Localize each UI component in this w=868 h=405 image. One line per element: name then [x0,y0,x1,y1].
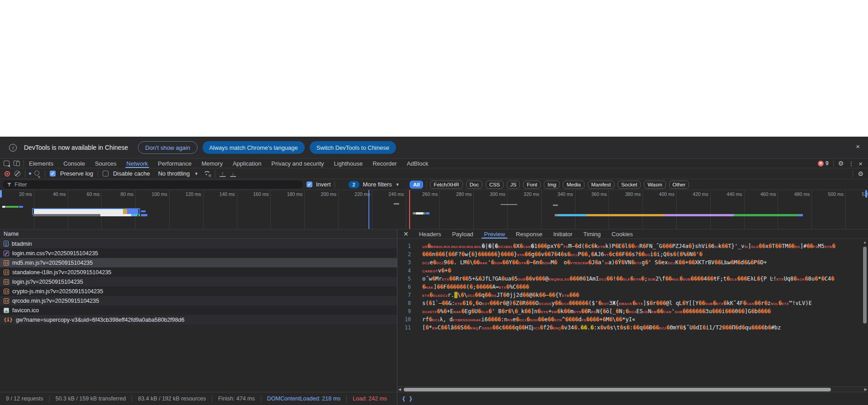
filter-chip-manifest[interactable]: Manifest [588,181,614,189]
kebab-menu-icon[interactable]: ⋮ [848,161,854,167]
filter-chip-other[interactable]: Other [669,181,689,189]
preview-line: 9DC4STX�%�+ENAK�Eg�U�DLE�' B�r�\�_k��]n�… [397,307,862,315]
overview-left-handle[interactable] [0,190,2,198]
line-number: 9 [397,307,411,315]
ruler-gridline [203,190,203,229]
notification-text: DevTools is now available in Chinese [24,144,128,151]
line-number: 8 [397,299,411,307]
tab-lighthouse[interactable]: Lighthouse [329,159,368,168]
filter-funnel-icon [7,183,11,186]
preview-line: 11[�*EMC��lâ��S��ENQrGSSO��c����q��HIDC1… [397,324,862,332]
tab-sources[interactable]: Sources [90,159,122,168]
preserve-log-label[interactable]: Preserve log [60,170,93,177]
more-filters-label[interactable]: More filters [363,181,392,188]
preview-horizontal-scrollbar[interactable]: ◀ ▶ [397,386,868,392]
filter-chip-wasm[interactable]: Wasm [644,181,665,189]
request-row[interactable]: {}standalone-i18n.js?v=20250915104235 [0,267,397,277]
request-row[interactable]: {}crypto-js.min.js?v=20250915104235 [0,286,397,296]
filter-chip-js[interactable]: JS [507,181,520,189]
invert-label[interactable]: Invert [316,181,331,188]
filter-chip-css[interactable]: CSS [486,181,504,189]
invert-checkbox[interactable]: ✓ [307,181,312,187]
overview-right-handle[interactable] [865,190,867,198]
request-name: gw?name=supercopy-v3&uid=6f43cb398eff42f… [16,317,184,323]
throttling-select[interactable]: No throttling [158,170,190,177]
tab-memory[interactable]: Memory [197,159,228,168]
filter-input-box[interactable] [3,181,303,189]
details-tab-timing[interactable]: Timing [578,229,606,238]
filter-chip-socket[interactable]: Socket [618,181,641,189]
tab-recorder[interactable]: Recorder [368,159,401,168]
chevron-down-icon[interactable]: ▼ [396,182,400,187]
details-tab-payload[interactable]: Payload [447,229,479,238]
tab-performance[interactable]: Performance [153,159,196,168]
devtools-close-icon[interactable]: × [859,160,863,167]
preview-line: 6�NAK]��F������(�;�����A=ETX�%C���� [397,283,862,291]
format-braces-icon[interactable]: { } [397,395,412,402]
network-conditions-icon[interactable] [203,171,210,176]
request-row[interactable]: login.min.css?v=20250915104235 [0,248,397,258]
dont-show-again-button[interactable]: Don't show again [138,141,197,154]
preview-vertical-scrollbar[interactable]: ▲ [862,239,868,386]
vertical-scroll-thumb[interactable] [863,247,867,324]
disable-cache-label[interactable]: Disable cache [113,170,150,177]
device-toolbar-icon[interactable] [14,161,20,166]
error-badge[interactable]: ✕ 9 [818,160,829,167]
tab-elements[interactable]: Elements [24,159,58,168]
waterfall-bar-segment [34,209,123,214]
request-row[interactable]: {}login.js?v=20250915104235 [0,277,397,286]
panel-tabs: ElementsConsoleSourcesNetworkPerformance… [24,159,433,168]
name-column-header[interactable]: Name [0,229,397,239]
network-overview[interactable]: 20 ms40 ms60 ms80 ms100 ms120 ms140 ms16… [0,190,868,229]
filter-chip-all[interactable]: All [410,181,424,189]
details-tab-initiator[interactable]: Initiator [548,229,578,238]
clear-network-log-icon[interactable] [14,171,20,176]
disable-cache-checkbox[interactable] [103,171,108,176]
waterfall-bar-segment [141,210,146,212]
scroll-right-icon[interactable]: ▶ [864,387,867,391]
ruler-gridline [439,190,440,229]
tab-application[interactable]: Application [228,159,267,168]
filter-chip-img[interactable]: Img [544,181,560,189]
ruler-gridline [575,190,576,229]
tab-network[interactable]: Network [122,159,153,168]
export-har-icon[interactable]: ↓ [230,171,236,177]
request-row[interactable]: {i}gw?name=supercopy-v3&uid=6f43cb398eff… [0,315,397,324]
filter-chip-fetch-xhr[interactable]: Fetch/XHR [430,181,462,189]
details-close-icon[interactable]: ✕ [397,230,414,238]
preview-content[interactable]: 1US�BSNULNULNULNULNULNUL�|�[�DC1BEL�X�CA… [397,239,862,386]
network-filterbar: ✓ Invert 2 More filters ▼ AllFetch/XHRDo… [0,179,868,190]
inspect-element-icon[interactable] [4,161,9,166]
ruler-tick-label: 400 ms [650,191,675,197]
scroll-up-icon[interactable]: ▲ [862,240,868,244]
horizontal-scroll-thumb[interactable] [404,388,831,391]
request-row[interactable]: {}md5.min.js?v=20250915104235 [0,258,397,267]
filter-chip-media[interactable]: Media [563,181,584,189]
network-settings-gear-icon[interactable]: ⚙ [858,171,863,177]
tab-adblock[interactable]: AdBlock [402,159,434,168]
request-row[interactable]: {}qrcode.min.js?v=20250915104235 [0,296,397,305]
ruler-tick-label: 40 ms [42,191,66,197]
network-filter-input[interactable] [14,181,298,188]
details-tab-cookies[interactable]: Cookies [606,229,638,238]
match-language-button[interactable]: Always match Chrome's language [203,141,305,154]
details-tab-response[interactable]: Response [510,229,548,238]
record-network-log-icon[interactable] [5,171,10,176]
tab-console[interactable]: Console [58,159,90,168]
scroll-left-icon[interactable]: ◀ [398,387,401,391]
chevron-down-icon[interactable]: ▼ [194,172,198,176]
details-tab-preview[interactable]: Preview [479,229,510,238]
request-row[interactable]: favicon.ico [0,305,397,315]
line-number: 2 [397,250,411,258]
search-icon[interactable] [34,171,40,176]
import-har-icon[interactable]: ↑ [220,171,226,177]
details-tab-headers[interactable]: Headers [414,229,447,238]
filter-chip-font[interactable]: Font [523,181,541,189]
notification-close-icon[interactable]: × [856,143,860,150]
request-row[interactable]: btadmin [0,239,397,248]
filter-chip-doc[interactable]: Doc [466,181,482,189]
settings-gear-icon[interactable]: ⚙ [838,160,844,167]
switch-to-chinese-button[interactable]: Switch DevTools to Chinese [310,141,396,154]
preserve-log-checkbox[interactable]: ✓ [50,171,56,176]
tab-privacy-and-security[interactable]: Privacy and security [266,159,329,168]
